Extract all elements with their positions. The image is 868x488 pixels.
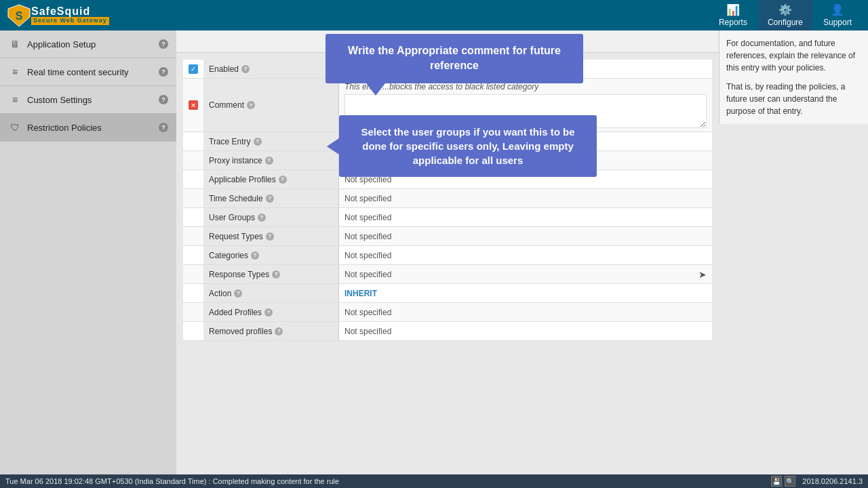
statusbar-save-button[interactable]: 💾	[771, 476, 782, 487]
table-row: User Groups ? Not specified	[183, 208, 712, 227]
statusbar-version: 2018.0206.2141.3	[802, 477, 863, 485]
enabled-label: Enabled ?	[203, 60, 339, 78]
proxy-instance-label: Proxy instance ?	[203, 151, 339, 169]
form-area: ✓ Enabled ? TRUE ✕ Comment ? This entry …	[176, 53, 719, 348]
removed-profiles-value: Not specified	[339, 322, 712, 340]
enabled-label-text: Enabled	[209, 64, 239, 74]
proxy-instance-label-text: Proxy instance	[209, 156, 262, 165]
request-types-info-icon: ?	[266, 232, 274, 241]
categories-info-icon: ?	[251, 251, 259, 260]
table-row: Added Profiles ? Not specified	[183, 303, 712, 322]
sidebar-item-custom-settings[interactable]: ≡ Custom Settings ?	[0, 86, 176, 114]
statusbar-right: 💾 🔍 2018.0206.2141.3	[771, 476, 863, 487]
row-controls	[183, 189, 203, 207]
row-controls	[183, 132, 203, 150]
table-row: Categories ? Not specified	[183, 246, 712, 265]
action-value: INHERIT	[339, 284, 712, 302]
statusbar-search-button[interactable]: 🔍	[785, 476, 795, 487]
right-panel-text1: For documentation, and future references…	[726, 37, 861, 74]
statusbar: Tue Mar 06 2018 19:02:48 GMT+0530 (India…	[0, 474, 868, 488]
configure-label: Configure	[768, 18, 803, 27]
time-schedule-label: Time Schedule ?	[203, 189, 339, 207]
application-setup-info-icon: ?	[159, 39, 168, 49]
sidebar-item-restriction-policies[interactable]: 🛡 Restriction Policies ?	[0, 114, 176, 142]
applicable-profiles-label-text: Applicable Profiles	[209, 175, 276, 184]
table-row: Request Types ? Not specified	[183, 227, 712, 246]
applicable-profiles-info-icon: ?	[279, 176, 287, 184]
custom-settings-icon: ≡	[8, 93, 22, 106]
user-groups-label-text: User Groups	[209, 213, 255, 222]
right-panel: For documentation, and future references…	[719, 30, 868, 124]
removed-profiles-label-text: Removed profiles	[209, 327, 272, 336]
categories-value: Not specified	[339, 246, 712, 264]
row-delete-button[interactable]: ✕	[189, 100, 198, 110]
request-types-label: Request Types ?	[203, 227, 339, 245]
callout-usergroups-arrow-icon	[327, 138, 339, 155]
user-groups-value: Not specified	[339, 208, 712, 226]
reports-icon: 📊	[726, 3, 740, 16]
reports-nav-button[interactable]: 📊 Reports	[709, 0, 757, 30]
enabled-info-icon: ?	[241, 65, 250, 73]
row-controls	[183, 322, 203, 340]
response-types-label: Response Types ?	[203, 265, 339, 283]
row-controls	[183, 284, 203, 302]
sidebar-item-label: Real time content security	[27, 67, 153, 77]
row-controls	[183, 170, 203, 188]
trace-entry-label: Trace Entry ?	[203, 132, 339, 150]
time-schedule-info-icon: ?	[266, 195, 274, 203]
row-controls	[183, 265, 203, 283]
response-types-label-text: Response Types	[209, 270, 269, 279]
row-controls	[183, 303, 203, 321]
configure-nav-button[interactable]: ⚙️ Configure	[758, 0, 812, 30]
action-label-text: Action	[209, 289, 231, 298]
action-label: Action ?	[203, 284, 339, 302]
restriction-policies-icon: 🛡	[8, 121, 22, 134]
row-controls	[183, 208, 203, 226]
added-profiles-info-icon: ?	[264, 308, 273, 317]
nav-buttons: 📊 Reports ⚙️ Configure 👤 Support	[709, 0, 861, 30]
sidebar-item-label: Application Setup	[27, 39, 153, 49]
comment-label: Comment ?	[203, 79, 339, 131]
row-edit-button[interactable]: ✓	[189, 64, 198, 74]
safesquid-logo-icon: S	[7, 3, 31, 28]
table-row: Removed profiles ? Not specified	[183, 322, 712, 341]
configure-icon: ⚙️	[778, 3, 792, 16]
table-row: Time Schedule ? Not specified	[183, 189, 712, 208]
applicable-profiles-label: Applicable Profiles ?	[203, 170, 339, 188]
custom-settings-info-icon: ?	[159, 95, 168, 104]
added-profiles-label-text: Added Profiles	[209, 308, 262, 317]
proxy-instance-info-icon: ?	[265, 157, 273, 165]
logo-name: SafeSquid	[31, 5, 109, 18]
categories-label-text: Categories	[209, 251, 248, 260]
logo-tagline: Secure Web Gateway	[31, 17, 109, 25]
sidebar-item-application-setup[interactable]: 🖥 Application Setup ?	[0, 30, 176, 58]
reports-label: Reports	[719, 18, 747, 27]
sidebar-item-realtime-content[interactable]: ≡ Real time content security ?	[0, 58, 176, 86]
response-types-info-icon: ?	[272, 270, 280, 279]
send-icon: ➤	[698, 269, 707, 280]
removed-profiles-info-icon: ?	[275, 327, 283, 336]
time-schedule-label-text: Time Schedule	[209, 194, 263, 203]
row-controls	[183, 227, 203, 245]
time-schedule-value: Not specified	[339, 189, 712, 207]
comment-label-text: Comment	[209, 100, 244, 110]
restriction-policies-info-icon: ?	[159, 123, 168, 132]
application-setup-icon: 🖥	[8, 37, 22, 51]
sidebar-item-label: Restriction Policies	[27, 123, 153, 133]
added-profiles-label: Added Profiles ?	[203, 303, 339, 321]
callout-comment-text: Write the Appropriate comment for future…	[348, 45, 561, 71]
realtime-content-icon: ≡	[8, 65, 22, 79]
support-icon: 👤	[831, 3, 844, 16]
callout-comment-arrow-icon	[366, 83, 385, 96]
trace-entry-label-text: Trace Entry	[209, 137, 251, 146]
callout-comment: Write the Appropriate comment for future…	[326, 34, 583, 83]
response-types-value: Not specified ➤	[339, 265, 712, 283]
support-nav-button[interactable]: 👤 Support	[814, 0, 861, 30]
sidebar: 🖥 Application Setup ? ≡ Real time conten…	[0, 30, 176, 488]
sidebar-item-label: Custom Settings	[27, 95, 153, 105]
right-panel-text2: That is, by reading the policies, a futu…	[726, 81, 861, 117]
trace-entry-info-icon: ?	[254, 138, 262, 146]
row-controls	[183, 151, 203, 169]
added-profiles-value: Not specified	[339, 303, 712, 321]
removed-profiles-label: Removed profiles ?	[203, 322, 339, 340]
